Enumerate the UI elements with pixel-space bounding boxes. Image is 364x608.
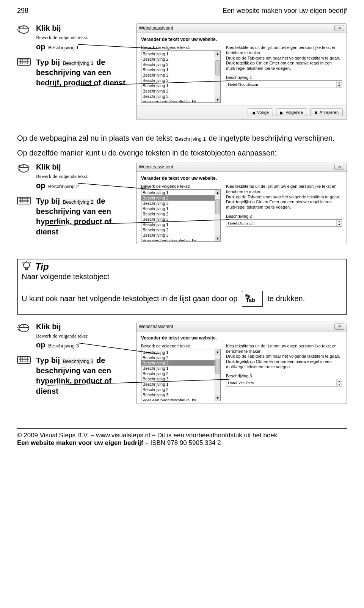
page: 298 Een website maken voor uw eigen bedr… bbox=[0, 0, 364, 412]
page-number: 298 bbox=[17, 7, 28, 15]
dialog-title: Websiteassistent bbox=[139, 164, 173, 170]
dialog-titlebar: Websiteassistent ✕ bbox=[136, 24, 347, 33]
list-item[interactable]: Voer een bedrijfsprofiel in, bij bbox=[141, 397, 220, 401]
spin-up-icon[interactable]: ▲ bbox=[337, 81, 342, 84]
footer-line-1: © 2009 Visual Steps B.V. – www.visualste… bbox=[17, 432, 347, 439]
scroll-down-icon[interactable]: ▼ bbox=[215, 236, 220, 241]
spinner[interactable]: ▲▼ bbox=[336, 220, 342, 226]
typ-bij-label: Typ bij bbox=[36, 58, 60, 66]
list-item[interactable]: Beschrijving 1 bbox=[141, 222, 220, 227]
close-icon[interactable]: ✕ bbox=[334, 25, 344, 31]
dialog-footer: ◀Vorige ▶Volgende ✖Annuleren bbox=[136, 105, 347, 119]
list-item[interactable]: Voer een bedrijfsprofiel in, bij bbox=[141, 238, 220, 242]
op-label: op bbox=[36, 42, 45, 51]
spin-down-icon[interactable]: ▼ bbox=[337, 383, 342, 386]
list-item[interactable]: Beschrijving 3 bbox=[141, 94, 220, 99]
tip-subtitle: Naar volgende tekstobject bbox=[18, 272, 346, 282]
inline-typ-beschrijving-1: Beschrijving 1 bbox=[62, 60, 94, 67]
tip-title: Tip bbox=[35, 261, 49, 272]
text-input[interactable] bbox=[226, 379, 336, 386]
list-item[interactable]: Beschrijving 3 bbox=[141, 392, 220, 397]
list-item[interactable]: Beschrijving 2 bbox=[141, 72, 220, 78]
scrollbar[interactable]: ▲ ▼ bbox=[215, 349, 220, 401]
list-label: Bewerk de volgende tekst: bbox=[141, 344, 221, 348]
listbox[interactable]: Beschrijving 1Beschrijving 2Beschrijving… bbox=[141, 50, 221, 103]
scroll-thumb[interactable] bbox=[215, 60, 220, 75]
list-item[interactable]: Beschrijving 1 bbox=[141, 83, 220, 88]
page-header: 298 Een website maken voor uw eigen bedr… bbox=[17, 7, 347, 16]
spinner[interactable]: ▲▼ bbox=[336, 81, 342, 88]
scrollbar[interactable]: ▲ ▼ bbox=[215, 190, 220, 241]
tip-body: U kunt ook naar het volgende tekstobject… bbox=[18, 282, 346, 314]
spin-down-icon[interactable]: ▼ bbox=[337, 84, 342, 88]
spin-up-icon[interactable]: ▲ bbox=[337, 379, 342, 383]
prev-button[interactable]: ◀Vorige bbox=[248, 108, 273, 116]
body-para-2: Op dezelfde manier kunt u de overige tek… bbox=[17, 148, 347, 158]
list-item[interactable]: Voer een bedrijfsprofiel in, bij bbox=[141, 99, 220, 103]
cancel-button[interactable]: ✖Annuleren bbox=[310, 108, 343, 116]
listbox[interactable]: Beschrijving 1Beschrijving 2Beschrijving… bbox=[141, 349, 221, 401]
list-item[interactable]: Beschrijving 3 bbox=[141, 233, 220, 238]
scroll-down-icon[interactable]: ▼ bbox=[215, 395, 220, 401]
spin-down-icon[interactable]: ▼ bbox=[337, 223, 342, 226]
dialog-websiteassistent-3: Websiteassistent ✕ Verander de tekst voo… bbox=[136, 322, 347, 404]
spin-up-icon[interactable]: ▲ bbox=[337, 220, 342, 223]
text-input[interactable] bbox=[226, 220, 336, 226]
dialog-body: Verander de tekst voor uw website. Bewer… bbox=[136, 331, 347, 404]
list-item[interactable]: Beschrijving 3 bbox=[141, 201, 220, 206]
list-item[interactable]: Beschrijving 3 bbox=[141, 62, 220, 67]
text-field[interactable]: ▲▼ bbox=[226, 219, 342, 227]
typ-bij-label: Typ bij bbox=[36, 197, 60, 205]
scroll-thumb[interactable] bbox=[215, 359, 220, 374]
inline-beschrijving-3: Beschrijving 3 bbox=[47, 342, 80, 349]
list-item[interactable]: Beschrijving 2 bbox=[141, 57, 220, 62]
right-desc: Kies tekstitems uit de lijst om uw eigen… bbox=[226, 184, 342, 210]
text-field[interactable]: ▲▼ bbox=[226, 80, 342, 88]
dialog-websiteassistent-1: Websiteassistent ✕ Verander de tekst voo… bbox=[136, 23, 347, 119]
list-item[interactable]: Beschrijving 2 bbox=[141, 355, 220, 360]
list-item[interactable]: Beschrijving 1 bbox=[141, 366, 220, 371]
scrollbar[interactable]: ▲ ▼ bbox=[215, 51, 220, 102]
keyboard-icon bbox=[17, 355, 31, 364]
list-item[interactable]: Beschrijving 1 bbox=[141, 190, 220, 195]
list-item[interactable]: Beschrijving 2 bbox=[141, 211, 220, 217]
scroll-up-icon[interactable]: ▲ bbox=[215, 349, 220, 355]
list-item[interactable]: Beschrijving 3 bbox=[141, 217, 220, 222]
close-icon[interactable]: ✕ bbox=[334, 164, 344, 170]
next-btn-label: Volgende bbox=[286, 110, 303, 115]
list-item[interactable]: Beschrijving 3 bbox=[141, 360, 220, 366]
scroll-up-icon[interactable]: ▲ bbox=[215, 51, 220, 57]
list-item[interactable]: Beschrijving 1 bbox=[141, 51, 220, 57]
mouse-icon bbox=[17, 322, 31, 350]
bewerk-text-inline: Bewerk de volgende tekst: bbox=[36, 34, 88, 41]
scroll-up-icon[interactable]: ▲ bbox=[215, 190, 220, 195]
list-item[interactable]: Beschrijving 2 bbox=[141, 387, 220, 392]
list-label: Bewerk de volgende tekst: bbox=[141, 184, 221, 189]
list-item[interactable]: Beschrijving 3 bbox=[141, 376, 220, 382]
list-item[interactable]: Beschrijving 2 bbox=[141, 371, 220, 376]
list-item[interactable]: Beschrijving 1 bbox=[141, 67, 220, 72]
list-item[interactable]: Beschrijving 1 bbox=[141, 350, 220, 355]
typ-desc: beschrijving van een hyperlink, product … bbox=[36, 206, 131, 237]
dialog-websiteassistent-2: Websiteassistent ✕ Verander de tekst voo… bbox=[136, 162, 347, 244]
scroll-down-icon[interactable]: ▼ bbox=[215, 97, 220, 102]
list-item[interactable]: Beschrijving 2 bbox=[141, 88, 220, 94]
list-item[interactable]: Beschrijving 2 bbox=[141, 227, 220, 233]
list-item[interactable]: Beschrijving 2 bbox=[141, 195, 220, 201]
page-title: Een website maken voor uw eigen bedrijf bbox=[223, 7, 347, 15]
next-button[interactable]: ▶Volgende bbox=[276, 108, 307, 116]
list-item[interactable]: Beschrijving 1 bbox=[141, 382, 220, 387]
scroll-thumb[interactable] bbox=[215, 199, 220, 214]
close-icon[interactable]: ✕ bbox=[334, 324, 344, 330]
spinner[interactable]: ▲▼ bbox=[336, 379, 342, 386]
klik-bij-label: Klik bij bbox=[36, 322, 88, 332]
bulb-icon bbox=[22, 261, 31, 272]
de-label: de bbox=[94, 58, 105, 66]
listbox[interactable]: Beschrijving 1Beschrijving 2Beschrijving… bbox=[141, 189, 221, 242]
text-field[interactable]: ▲▼ bbox=[226, 379, 342, 386]
footer-line-2: Een website maken voor uw eigen bedrijf … bbox=[17, 439, 347, 447]
tab-key-icon: Tab bbox=[242, 291, 263, 307]
text-input[interactable] bbox=[226, 81, 336, 88]
list-item[interactable]: Beschrijving 3 bbox=[141, 78, 220, 83]
list-item[interactable]: Beschrijving 1 bbox=[141, 206, 220, 211]
